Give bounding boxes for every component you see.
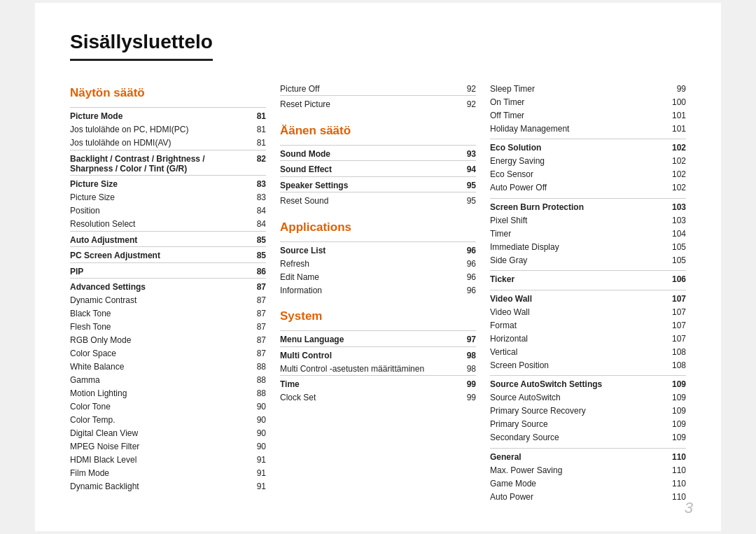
row-page: 107 [665,290,686,305]
col3-section-table: Screen Burn Protection103Pixel Shift103T… [490,198,686,267]
table-row: Eco Sensor102 [490,168,686,181]
col3-top-table: Sleep Timer99On Timer100Off Timer101Holi… [490,82,686,135]
row-label: Source AutoSwitch [490,391,665,405]
row-page: 101 [665,122,686,135]
row-page: 83 [245,176,266,191]
row-label: Primary Source Recovery [490,405,665,418]
table-row: Film Mode91 [70,467,266,480]
row-page: 96 [455,270,476,283]
row-page: 110 [665,477,686,490]
table-row: RGB Only Mode87 [70,334,266,347]
row-label: General [490,448,665,463]
table-row: Source AutoSwitch109 [490,391,686,405]
table-row: Auto Adjustment85 [70,231,266,247]
row-page: 99 [455,376,476,391]
table-row: Black Tone87 [70,307,266,321]
row-label: Sound Effect [280,161,455,177]
row-page: 83 [245,191,266,204]
row-label: Source List [280,241,455,257]
table-row: Primary Source Recovery109 [490,405,686,418]
row-page: 109 [665,376,686,391]
row-page: 85 [245,231,266,247]
row-page: 94 [455,161,476,177]
table-row: Energy Saving102 [490,155,686,168]
row-label: Sleep Timer [490,82,665,95]
row-label: Position [70,204,245,218]
col3-section-table: General110Max. Power Saving110Game Mode1… [490,448,686,504]
row-page: 88 [245,360,266,374]
table-row: Auto Power Off102 [490,181,686,195]
row-page: 92 [455,96,476,111]
row-label: PIP [70,262,245,279]
table-row: Multi Control98 [280,346,476,362]
row-label: RGB Only Mode [70,334,245,347]
page-number: 3 [685,499,693,517]
row-label: Sound Mode [280,145,455,161]
row-page: 100 [665,95,686,108]
row-page: 98 [455,346,476,362]
row-page: 90 [245,440,266,454]
row-page: 103 [665,198,686,213]
table-row: Primary Source109 [490,418,686,431]
row-label: Vertical [490,345,665,358]
row-label: Black Tone [70,307,245,321]
row-label: Video Wall [490,290,665,305]
row-label: Screen Burn Protection [490,198,665,213]
row-label: Picture Size [70,191,245,204]
row-page: 101 [665,108,686,122]
row-label: Motion Lighting [70,387,245,400]
table-row: Picture Off92 [280,82,476,96]
col3-section-table: Video Wall107Video Wall107Format107Horiz… [490,290,686,372]
row-label: Backlight / Contrast / Brightness / Shar… [70,150,245,176]
row-label: Video Wall [490,305,665,318]
table-row: Horizontal107 [490,332,686,345]
row-label: Pixel Shift [490,213,665,227]
row-label: Jos tulolähde on PC, HDMI(PC) [70,123,245,136]
row-label: Multi Control -asetusten määrittäminen [280,362,455,376]
row-label: Information [280,283,455,297]
row-label: Max. Power Saving [490,463,665,477]
row-label: Speaker Settings [280,176,455,192]
row-label: Ticker [490,271,665,286]
table-row: Secondary Source109 [490,431,686,444]
col2-aanen-table: Sound Mode93Sound Effect94Speaker Settin… [280,145,476,208]
row-label: Menu Language [280,331,455,347]
row-page: 110 [665,490,686,503]
row-page: 86 [245,262,266,279]
row-label: Time [280,376,455,391]
row-page: 107 [665,332,686,345]
table-row: Advanced Settings87 [70,279,266,294]
row-label: Color Space [70,347,245,360]
page: Sisällysluettelo Näytön säätö Picture Mo… [35,3,721,531]
column-3: Sleep Timer99On Timer100Off Timer101Holi… [490,82,686,503]
row-label: Advanced Settings [70,279,245,294]
table-row: Reset Sound95 [280,192,476,208]
row-page: 96 [455,257,476,270]
row-page: 95 [455,192,476,208]
row-label: Holiday Management [490,122,665,135]
table-row: Format107 [490,318,686,332]
table-row: Sleep Timer99 [490,82,686,95]
table-row: Time99 [280,376,476,391]
table-row: Auto Power110 [490,490,686,503]
table-row: Backlight / Contrast / Brightness / Shar… [70,150,266,176]
table-row: Menu Language97 [280,331,476,347]
row-page: 81 [245,123,266,136]
table-row: Flesh Tone87 [70,321,266,334]
row-page: 98 [455,362,476,376]
col3-section-table: Source AutoSwitch Settings109Source Auto… [490,375,686,444]
row-label: Digital Clean View [70,427,245,440]
col2-top-table: Picture Off92Reset Picture92 [280,82,476,111]
row-page: 102 [665,139,686,155]
table-row: Multi Control -asetusten määrittäminen98 [280,362,476,376]
row-page: 109 [665,418,686,431]
table-row: Source List96 [280,241,476,257]
row-label: Multi Control [280,346,455,362]
row-page: 91 [245,454,266,467]
col2-applications-table: Source List96Refresh96Edit Name96Informa… [280,241,476,297]
table-row: Clock Set99 [280,391,476,405]
row-label: Screen Position [490,358,665,372]
table-row: Refresh96 [280,257,476,270]
row-page: 88 [245,387,266,400]
col1-table: Picture Mode81Jos tulolähde on PC, HDMI(… [70,107,266,493]
